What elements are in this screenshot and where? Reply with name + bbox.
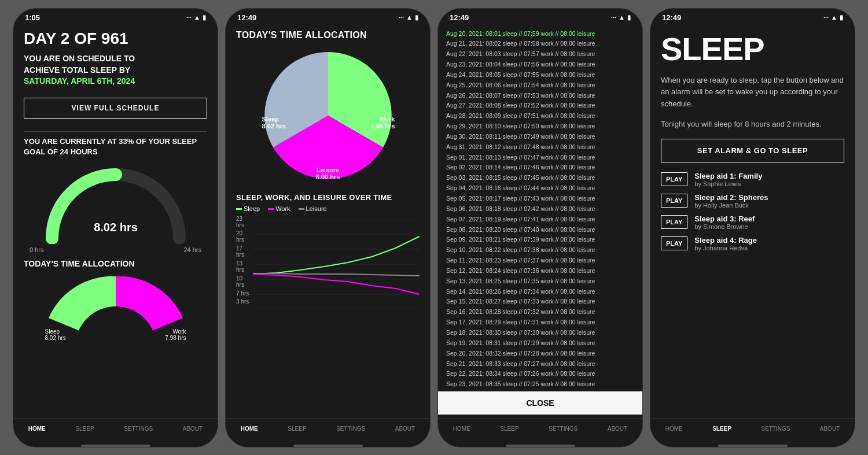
day-title: DAY 2 OF 961: [24, 30, 207, 48]
aid-title-4: Sleep aid 4: Rage: [694, 236, 757, 245]
log-entry: Aug 28, 2021: 08:09 sleep // 07:51 work …: [446, 111, 634, 121]
log-entry: Sep 15, 2021: 08:27 sleep // 07:33 work …: [446, 297, 634, 307]
sleep-screen: SLEEP When you are ready to sleep, tap t…: [650, 24, 855, 418]
leisure-legend: Leisure: [299, 205, 327, 212]
log-entry: Sep 14, 2021: 08:26 sleep // 07:34 work …: [446, 287, 634, 297]
nav-home-4[interactable]: HOME: [661, 423, 687, 434]
play-button-2[interactable]: PLAY: [661, 194, 687, 208]
view-schedule-button[interactable]: VIEW FULL SCHEDULE: [24, 98, 207, 119]
close-button[interactable]: CLOSE: [438, 391, 642, 415]
line-chart: [253, 219, 420, 323]
divider-1: [24, 131, 207, 132]
play-button-4[interactable]: PLAY: [661, 236, 687, 250]
status-icons-1: ··· ▲ ▮: [186, 14, 206, 21]
log-entry: Sep 21, 2021: 08:33 sleep // 07:27 work …: [446, 359, 634, 369]
sleep-aid-item-1: PLAY Sleep aid 1: Family by Sophie Lewis: [661, 172, 844, 187]
bottom-nav-2: HOME SLEEP SETTINGS ABOUT: [226, 418, 430, 442]
play-button-1[interactable]: PLAY: [661, 172, 687, 186]
nav-settings-1[interactable]: SETTINGS: [119, 423, 157, 434]
bottom-nav-3: HOME SLEEP SETTINGS ABOUT: [438, 418, 642, 442]
sleep-aid-info-4: Sleep aid 4: Rage by Johanna Hedva: [694, 236, 757, 251]
log-entry: Aug 31, 2021: 08:12 sleep // 07:48 work …: [446, 142, 634, 153]
log-entry: Sep 20, 2021: 08:32 sleep // 07:28 work …: [446, 349, 634, 359]
phone-3: 12:49 ··· ▲ ▮ Aug 20, 2021: 08:01 sleep …: [437, 8, 643, 447]
log-entry: Sep 11, 2021: 08:23 sleep // 07:37 work …: [446, 256, 634, 266]
log-screen: Aug 20, 2021: 08:01 sleep // 07:59 work …: [438, 24, 642, 418]
sleep-aid-info-2: Sleep aid 2: Spheres by Holly Jean Buck: [694, 193, 768, 209]
small-sleep-label: Sleep 8.02 hrs: [45, 328, 66, 341]
home-indicator-1: [81, 445, 150, 447]
play-button-3[interactable]: PLAY: [661, 215, 687, 229]
status-bar-2: 12:49 ··· ▲ ▮: [226, 9, 430, 24]
time-3: 12:49: [450, 13, 469, 22]
log-entry: Sep 08, 2021: 08:20 sleep // 07:40 work …: [446, 225, 634, 235]
today-alloc-title: TODAY'S TIME ALLOCATION: [24, 259, 207, 268]
chart-title: SLEEP, WORK, AND LEISURE OVER TIME: [236, 193, 420, 202]
nav-about-4[interactable]: ABOUT: [815, 423, 844, 434]
nav-settings-4[interactable]: SETTINGS: [756, 423, 795, 434]
log-entry: Sep 06, 2021: 08:18 sleep // 07:42 work …: [446, 204, 634, 214]
log-entry: Aug 29, 2021: 08:10 sleep // 07:50 work …: [446, 121, 634, 132]
set-alarm-button[interactable]: SET ALARM & GO TO SLEEP: [661, 139, 844, 162]
home-indicator-2: [293, 445, 363, 447]
log-entry: Sep 09, 2021: 08:21 sleep // 07:39 work …: [446, 235, 634, 245]
work-pie-label: Work 7.98 hrs: [371, 116, 395, 130]
log-entry: Aug 25, 2021: 08:06 sleep // 07:54 work …: [446, 80, 634, 91]
status-bar-3: 12:49 ··· ▲ ▮: [438, 9, 642, 24]
nav-sleep-2[interactable]: SLEEP: [283, 423, 311, 434]
log-entry: Aug 24, 2021: 08:05 sleep // 07:55 work …: [446, 70, 634, 80]
time-4: 12:49: [662, 13, 681, 22]
log-entry: Sep 13, 2021: 08:25 sleep // 07:35 work …: [446, 276, 634, 287]
log-entry: Aug 20, 2021: 08:01 sleep // 07:59 work …: [446, 29, 634, 39]
svg-text:8.02 hrs: 8.02 hrs: [94, 221, 138, 234]
home-screen: DAY 2 OF 961 YOU ARE ON SCHEDULE TO ACHI…: [13, 24, 218, 418]
log-entry: Aug 23, 2021: 08:04 sleep // 07:56 work …: [446, 60, 634, 70]
log-entry: Sep 17, 2021: 08:29 sleep // 07:31 work …: [446, 317, 634, 328]
log-entry: Sep 12, 2021: 08:24 sleep // 07:36 work …: [446, 266, 634, 276]
sleep-aid-item-2: PLAY Sleep aid 2: Spheres by Holly Jean …: [661, 193, 844, 209]
sleep-legend: Sleep: [236, 205, 260, 212]
log-entry: Sep 23, 2021: 08:35 sleep // 07:25 work …: [446, 379, 634, 390]
nav-settings-2[interactable]: SETTINGS: [332, 423, 370, 434]
leisure-pie-label: Leisure 8.00 hrs: [316, 167, 340, 180]
gauge-labels: 0 hrs 24 hrs: [24, 246, 207, 253]
aid-title-3: Sleep aid 3: Reef: [694, 214, 755, 223]
log-entry: Sep 03, 2021: 08:15 sleep // 07:45 work …: [446, 173, 634, 183]
log-entry: Sep 19, 2021: 08:31 sleep // 07:29 work …: [446, 338, 634, 349]
nav-home-3[interactable]: HOME: [448, 423, 475, 434]
progress-text: YOU ARE CURRENTLY AT 33% OF YOUR SLEEP G…: [24, 136, 207, 157]
nav-sleep-3[interactable]: SLEEP: [495, 423, 523, 434]
gauge-svg: 8.02 hrs: [41, 163, 191, 244]
home-indicator-4: [718, 445, 788, 447]
log-entry: Sep 05, 2021: 08:17 sleep // 07:43 work …: [446, 194, 634, 204]
alloc-title: TODAY'S TIME ALLOCATION: [236, 30, 420, 40]
y-axis: 23 hrs 20 hrs 17 hrs 13 hrs 10 hrs 7 hrs…: [236, 216, 253, 305]
status-bar-1: 1:05 ··· ▲ ▮: [13, 9, 218, 24]
nav-sleep-1[interactable]: SLEEP: [71, 423, 98, 434]
nav-settings-3[interactable]: SETTINGS: [544, 423, 582, 434]
log-entry: Sep 07, 2021: 08:19 sleep // 07:41 work …: [446, 214, 634, 225]
sleep-aid-item-3: PLAY Sleep aid 3: Reef by Simone Browne: [661, 214, 844, 230]
nav-sleep-4[interactable]: SLEEP: [708, 423, 736, 434]
status-icons-2: ··· ▲ ▮: [399, 14, 418, 21]
line-chart-wrapper: 23 hrs 20 hrs 17 hrs 13 hrs 10 hrs 7 hrs…: [236, 216, 420, 323]
phone-4: 12:49 ··· ▲ ▮ SLEEP When you are ready t…: [650, 8, 855, 447]
work-legend: Work: [268, 205, 290, 212]
sleep-aid-info-1: Sleep aid 1: Family by Sophie Lewis: [694, 172, 762, 187]
chart-screen: TODAY'S TIME ALLOCATION Sleep 8.02 hrs: [226, 24, 430, 418]
nav-home-2[interactable]: HOME: [236, 423, 263, 434]
log-entry: Sep 10, 2021: 08:22 sleep // 07:38 work …: [446, 245, 634, 256]
phone-1: 1:05 ··· ▲ ▮ DAY 2 OF 961 YOU ARE ON SCH…: [13, 8, 218, 447]
nav-about-3[interactable]: ABOUT: [603, 423, 632, 434]
time-2: 12:49: [237, 13, 256, 22]
battery-icon: ▮: [203, 14, 206, 21]
sleep-desc1: When you are ready to sleep, tap the but…: [661, 75, 844, 110]
line-chart-svg: [253, 219, 420, 309]
time-1: 1:05: [25, 13, 40, 22]
nav-about-1[interactable]: ABOUT: [178, 423, 207, 434]
aid-title-2: Sleep aid 2: Spheres: [694, 193, 768, 202]
chart-legend: Sleep Work Leisure: [236, 205, 420, 212]
nav-about-2[interactable]: ABOUT: [391, 423, 420, 434]
nav-home-1[interactable]: HOME: [24, 423, 50, 434]
status-bar-4: 12:49 ··· ▲ ▮: [650, 9, 855, 24]
